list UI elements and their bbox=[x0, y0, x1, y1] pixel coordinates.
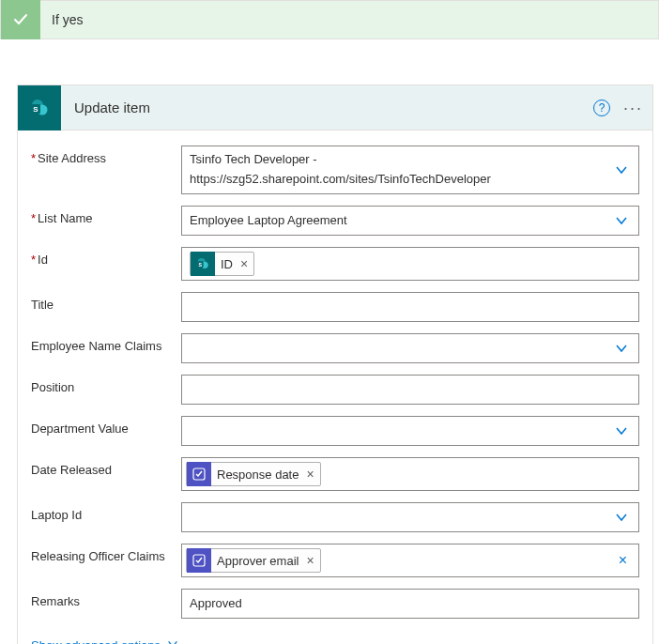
sharepoint-icon: S bbox=[18, 85, 61, 130]
token-remove-icon[interactable]: × bbox=[304, 467, 314, 482]
employee-name-dropdown[interactable] bbox=[181, 333, 639, 363]
chevron-down-icon bbox=[614, 213, 629, 228]
svg-text:S: S bbox=[199, 262, 203, 268]
svg-text:S: S bbox=[33, 105, 38, 114]
label-id: Id bbox=[31, 247, 181, 267]
chevron-down-icon bbox=[614, 162, 629, 177]
token-id[interactable]: S ID × bbox=[190, 252, 254, 276]
department-dropdown[interactable] bbox=[181, 416, 639, 446]
position-input[interactable] bbox=[181, 375, 639, 405]
chevron-down-icon bbox=[614, 341, 629, 356]
date-released-input[interactable]: Response date × bbox=[181, 457, 639, 491]
id-input[interactable]: S ID × bbox=[181, 247, 639, 281]
approval-icon bbox=[187, 462, 211, 486]
token-remove-icon[interactable]: × bbox=[304, 553, 314, 568]
label-position: Position bbox=[31, 375, 181, 394]
title-input[interactable] bbox=[181, 292, 639, 322]
action-card: S Update item ? ··· Site Address Tsinfo … bbox=[17, 84, 653, 644]
list-name-dropdown[interactable]: Employee Laptop Agreement bbox=[181, 206, 639, 236]
label-list-name: List Name bbox=[31, 206, 181, 225]
label-date-released: Date Released bbox=[31, 457, 181, 477]
token-remove-icon[interactable]: × bbox=[238, 256, 248, 271]
sharepoint-icon: S bbox=[191, 252, 215, 276]
remarks-input[interactable]: Approved bbox=[181, 589, 639, 619]
action-header[interactable]: S Update item ? ··· bbox=[18, 85, 652, 130]
chevron-down-icon bbox=[614, 423, 629, 438]
site-address-dropdown[interactable]: Tsinfo Tech Developer - https://szg52.sh… bbox=[181, 146, 639, 194]
action-title: Update item bbox=[61, 100, 593, 115]
label-releasing-officer: Releasing Officer Claims bbox=[31, 544, 181, 563]
laptop-id-dropdown[interactable] bbox=[181, 502, 639, 532]
label-remarks: Remarks bbox=[31, 589, 181, 608]
token-response-date[interactable]: Response date × bbox=[186, 462, 321, 486]
releasing-officer-input[interactable]: Approver email × × bbox=[181, 544, 639, 577]
more-menu-icon[interactable]: ··· bbox=[623, 100, 643, 116]
clear-field-icon[interactable]: × bbox=[619, 552, 627, 569]
label-site-address: Site Address bbox=[31, 146, 181, 165]
checkmark-icon bbox=[1, 0, 40, 39]
label-title: Title bbox=[31, 292, 181, 312]
token-approver-email[interactable]: Approver email × bbox=[186, 548, 321, 573]
show-advanced-options-link[interactable]: Show advanced options bbox=[31, 637, 179, 644]
approval-icon bbox=[187, 548, 211, 573]
help-icon[interactable]: ? bbox=[593, 100, 610, 116]
label-laptop-id: Laptop Id bbox=[31, 502, 181, 522]
action-body: Site Address Tsinfo Tech Developer - htt… bbox=[18, 130, 652, 644]
chevron-down-icon bbox=[614, 510, 629, 525]
condition-branch-title: If yes bbox=[40, 12, 83, 27]
chevron-down-icon bbox=[166, 637, 179, 644]
label-employee-name: Employee Name Claims bbox=[31, 333, 181, 353]
condition-branch-header: If yes bbox=[0, 0, 659, 39]
label-department: Department Value bbox=[31, 416, 181, 436]
